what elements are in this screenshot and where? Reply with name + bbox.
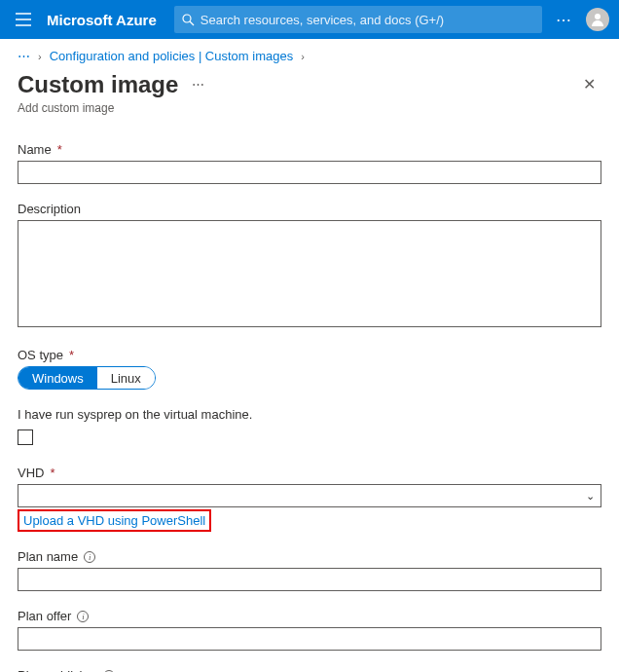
ostype-toggle: Windows Linux: [18, 366, 156, 390]
field-sysprep: I have run sysprep on the virtual machin…: [18, 407, 601, 448]
vhd-label: VHD: [18, 466, 44, 480]
page-body: Custom image ⋯ ✕ Add custom image Name *…: [0, 69, 619, 672]
sysprep-label: I have run sysprep on the virtual machin…: [18, 407, 252, 422]
field-description: Description: [18, 202, 601, 330]
ostype-linux[interactable]: Linux: [97, 367, 155, 389]
page-title: Custom image: [18, 71, 178, 98]
vhd-select[interactable]: ⌄: [18, 484, 601, 507]
required-marker: *: [50, 466, 55, 480]
field-plan-publisher: Plan publisher i: [18, 668, 601, 672]
plan-offer-label: Plan offer: [18, 609, 71, 623]
field-ostype: OS type * Windows Linux: [18, 348, 601, 390]
name-label: Name: [18, 142, 52, 157]
header-actions: ⋯: [556, 8, 609, 31]
user-avatar[interactable]: [586, 8, 609, 31]
brand-label: Microsoft Azure: [47, 12, 157, 28]
plan-publisher-label: Plan publisher: [18, 668, 97, 672]
vhd-upload-link[interactable]: Upload a VHD using PowerShell: [23, 513, 205, 528]
close-button[interactable]: ✕: [577, 69, 601, 99]
field-name: Name *: [18, 142, 601, 184]
description-label: Description: [18, 202, 81, 216]
search-box[interactable]: [174, 6, 542, 33]
menu-button[interactable]: [10, 13, 37, 26]
chevron-right-icon: ›: [38, 51, 42, 62]
required-marker: *: [69, 348, 74, 362]
more-icon[interactable]: ⋯: [556, 11, 572, 29]
plan-offer-input[interactable]: [18, 627, 601, 651]
breadcrumb-link[interactable]: Configuration and policies | Custom imag…: [50, 49, 294, 63]
breadcrumb: ⋯ › Configuration and policies | Custom …: [0, 39, 619, 69]
search-input[interactable]: [200, 13, 534, 27]
plan-name-label: Plan name: [18, 549, 78, 564]
description-input[interactable]: [18, 220, 601, 327]
field-vhd: VHD * ⌄ Upload a VHD using PowerShell: [18, 466, 601, 532]
page-subtitle: Add custom image: [18, 101, 601, 115]
field-plan-offer: Plan offer i: [18, 609, 601, 651]
svg-point-2: [595, 14, 601, 19]
info-icon[interactable]: i: [77, 611, 89, 622]
form: Name * Description OS type * Windows Lin…: [18, 142, 601, 672]
required-marker: *: [57, 142, 62, 157]
search-icon: [182, 14, 195, 26]
info-icon[interactable]: i: [84, 551, 95, 563]
vhd-upload-highlight: Upload a VHD using PowerShell: [18, 509, 211, 532]
chevron-down-icon: ⌄: [586, 490, 595, 503]
svg-point-0: [183, 15, 191, 22]
page-more-icon[interactable]: ⋯: [192, 77, 204, 92]
chevron-right-icon: ›: [301, 51, 305, 62]
name-input[interactable]: [18, 161, 601, 184]
sysprep-checkbox[interactable]: [18, 429, 33, 445]
svg-line-1: [190, 21, 194, 25]
top-header: Microsoft Azure ⋯: [0, 0, 619, 39]
page-header: Custom image ⋯ ✕: [18, 69, 601, 99]
field-plan-name: Plan name i: [18, 549, 601, 591]
breadcrumb-more[interactable]: ⋯: [18, 49, 30, 63]
ostype-windows[interactable]: Windows: [18, 367, 97, 389]
plan-name-input[interactable]: [18, 568, 601, 591]
ostype-label: OS type: [18, 348, 63, 362]
